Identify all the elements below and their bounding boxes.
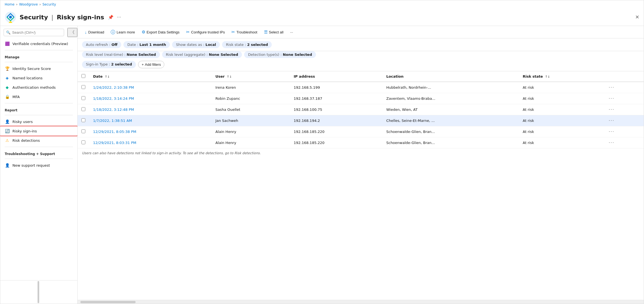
new-support-request-icon: 👤	[5, 163, 10, 168]
add-filters-label: Add filters	[145, 62, 161, 67]
row-checkbox[interactable]	[81, 107, 85, 111]
detection-types-value: None Selected	[283, 53, 312, 57]
filter-bar-row2: Risk level (real-time) : None Selected R…	[78, 51, 644, 61]
breadcrumb-woodgrove[interactable]: Woodgrove	[19, 2, 38, 6]
date-filter[interactable]: Date : Last 1 month	[123, 41, 170, 48]
risk-state-cell: At risk	[519, 126, 603, 137]
risk-level-aggregate-value: None Selected	[209, 53, 238, 57]
date-cell[interactable]: 1/18/2022, 3:14:24 PM	[93, 96, 134, 101]
row-menu-button[interactable]: ···	[607, 106, 616, 113]
risk-level-realtime-filter[interactable]: Risk level (real-time) : None Selected	[82, 51, 160, 58]
sidebar-item-risky-users[interactable]: 👤 Risky users	[0, 117, 77, 126]
row-menu-button[interactable]: ···	[607, 84, 616, 91]
learn-more-icon: i	[111, 30, 115, 34]
troubleshooting-section-label: Troubleshooting + Support	[0, 149, 77, 157]
risk-state-cell: At risk	[519, 82, 603, 93]
row-menu-button[interactable]: ···	[607, 95, 616, 102]
download-button[interactable]: ↓ Download	[82, 28, 107, 36]
breadcrumb-security[interactable]: Security	[43, 2, 56, 6]
risk-level-realtime-value: None Selected	[127, 53, 156, 57]
row-menu-button[interactable]: ···	[607, 129, 616, 135]
more-toolbar-button[interactable]: ···	[287, 29, 296, 36]
search-box[interactable]: 🔍	[4, 29, 64, 36]
date-value: Last 1 month	[139, 43, 166, 47]
row-checkbox[interactable]	[81, 85, 85, 89]
search-icon: 🔍	[6, 30, 10, 35]
user-cell: Jan Sachweh	[212, 115, 290, 126]
row-checkbox[interactable]	[81, 140, 85, 144]
user-sort-icon: ↑↓	[227, 75, 232, 78]
export-data-settings-icon: ⚙	[142, 30, 145, 35]
select-all-checkbox[interactable]	[81, 74, 85, 78]
top-bar: Security | Risky sign-ins 📌 ··· ✕	[0, 9, 644, 26]
select-all-button[interactable]: ☰ Select all	[261, 28, 286, 36]
scrollbar-thumb[interactable]	[80, 301, 136, 303]
table-row: 12/29/2021, 8:03:31 PM Alain Henry 192.1…	[78, 137, 644, 148]
date-sort-icon: ↑↓	[105, 75, 110, 78]
sign-in-type-label: Sign-in Type :	[86, 62, 111, 66]
risk-level-realtime-label: Risk level (real-time) :	[86, 53, 127, 57]
sidebar-item-named-locations[interactable]: ◈ Named locations	[0, 73, 77, 83]
date-cell[interactable]: 12/29/2021, 8:05:38 PM	[93, 130, 136, 134]
row-checkbox[interactable]	[81, 96, 85, 100]
ip-cell: 192.168.194.2	[290, 115, 382, 126]
sidebar-item-risk-detections[interactable]: ⚠️ Risk detections	[0, 136, 77, 145]
date-cell[interactable]: 12/29/2021, 8:03:31 PM	[93, 141, 136, 145]
risk-state-column-header[interactable]: Risk state ↑↓	[519, 71, 603, 82]
sign-in-type-filter[interactable]: Sign-in Type : 2 selected	[82, 61, 136, 68]
pin-icon[interactable]: 📌	[108, 15, 114, 20]
more-options-icon[interactable]: ···	[117, 15, 121, 20]
divider	[5, 159, 73, 159]
risk-level-aggregate-filter[interactable]: Risk level (aggregate) : None Selected	[162, 51, 242, 58]
export-data-settings-label: Export Data Settings	[147, 30, 180, 34]
troubleshoot-button[interactable]: ✂ Troubleshoot	[229, 28, 260, 36]
row-checkbox[interactable]	[81, 118, 85, 122]
add-filters-button[interactable]: + Add filters	[138, 61, 164, 68]
sign-in-type-value: 2 selected	[111, 62, 132, 66]
risk-state-filter[interactable]: Risk state : 2 selected	[222, 41, 272, 48]
authentication-methods-icon: ◆	[5, 85, 10, 90]
sidebar-item-risky-sign-ins[interactable]: 🔄 Risky sign-ins	[0, 126, 77, 136]
row-menu-button[interactable]: ···	[607, 117, 616, 124]
date-cell[interactable]: 1/7/2022, 1:38:51 AM	[93, 119, 132, 123]
collapse-sidebar-button[interactable]: 《	[67, 28, 77, 37]
manage-section-label: Manage	[0, 52, 77, 60]
sidebar-item-verifiable-credentials[interactable]: 🟪 Verifiable credentials (Preview)	[0, 39, 77, 48]
export-data-settings-button[interactable]: ⚙ Export Data Settings	[139, 28, 182, 36]
date-cell[interactable]: 1/18/2022, 3:12:48 PM	[93, 108, 134, 112]
configure-trusted-ips-button[interactable]: ✂ Configure trusted IPs	[183, 28, 228, 36]
search-input[interactable]	[12, 30, 62, 35]
add-filters-icon: +	[142, 62, 144, 67]
sidebar-item-identity-secure-score[interactable]: 🏆 Identity Secure Score	[0, 64, 77, 73]
ip-cell: 192.168.185.220	[290, 137, 382, 148]
sidebar-item-label: Authentication methods	[12, 85, 56, 90]
more-toolbar-label: ···	[290, 30, 293, 34]
location-cell: Schoenwalde-Glien, Bran...	[382, 137, 519, 148]
ip-cell: 192.168.185.220	[290, 126, 382, 137]
troubleshoot-icon: ✂	[231, 30, 235, 35]
sidebar-item-new-support-request[interactable]: 👤 New support request	[0, 161, 77, 170]
show-dates-as-filter[interactable]: Show dates as : Local	[172, 41, 220, 48]
breadcrumb-home[interactable]: Home	[5, 2, 14, 6]
row-menu-button[interactable]: ···	[607, 140, 616, 146]
ip-cell: 192.168.37.187	[290, 93, 382, 104]
sidebar-item-mfa[interactable]: 🔒 MFA	[0, 92, 77, 101]
user-cell: Alain Henry	[212, 126, 290, 137]
detection-types-filter[interactable]: Detection type(s) : None Selected	[244, 51, 316, 58]
horizontal-scrollbar[interactable]	[78, 300, 644, 304]
auto-refresh-value: Off	[112, 43, 118, 47]
row-checkbox[interactable]	[81, 129, 85, 133]
auto-refresh-filter[interactable]: Auto refresh : Off	[82, 41, 121, 48]
date-column-header[interactable]: Date ↑↓	[89, 71, 212, 82]
risky-sign-ins-icon: 🔄	[5, 129, 10, 133]
close-button[interactable]: ✕	[635, 14, 639, 20]
table-row: 1/24/2022, 2:10:38 PM Irena Koren 192.16…	[78, 82, 644, 93]
report-section-label: Report	[0, 105, 77, 113]
ip-cell: 192.168.5.199	[290, 82, 382, 93]
user-column-header[interactable]: User ↑↓	[212, 71, 290, 82]
sidebar: 🔍 《 🟪 Verifiable credentials (Preview) M…	[0, 26, 78, 304]
select-all-checkbox-header[interactable]	[78, 71, 89, 82]
sidebar-item-authentication-methods[interactable]: ◆ Authentication methods	[0, 83, 77, 92]
learn-more-button[interactable]: i Learn more	[108, 28, 138, 36]
date-cell[interactable]: 1/24/2022, 2:10:38 PM	[93, 85, 134, 90]
